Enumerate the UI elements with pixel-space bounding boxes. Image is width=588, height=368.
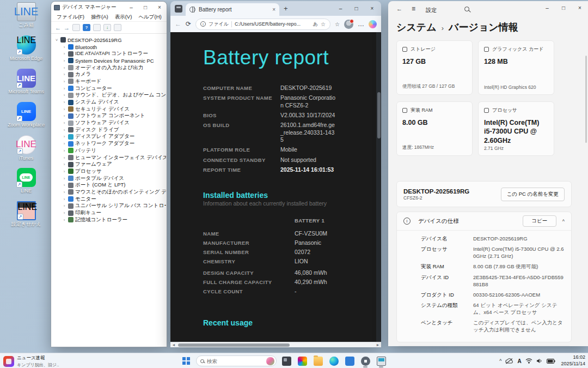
chevron-right-icon[interactable]: ›: [62, 86, 66, 91]
browser-tab[interactable]: Battery report ×: [186, 3, 279, 16]
hidden-icons-chevron-icon[interactable]: ^: [499, 358, 501, 364]
scrollbar-thumb[interactable]: [377, 92, 381, 138]
chevron-right-icon[interactable]: ›: [62, 155, 66, 160]
chevron-right-icon[interactable]: ›: [62, 183, 66, 188]
app-icon[interactable]: LINE ↗: [17, 69, 36, 88]
vertical-scrollbar[interactable]: [376, 32, 381, 342]
device-tree-item[interactable]: › ユニバーサル シリアル バス コントローラー: [62, 203, 166, 210]
device-tree-item[interactable]: › システム デバイス: [62, 99, 166, 106]
device-tree-item[interactable]: › サウンド、ビデオ、およびゲーム コントローラー: [62, 92, 166, 99]
taskbar-app-button[interactable]: [375, 354, 388, 368]
next-section-card[interactable]: [396, 346, 572, 346]
device-tree-item[interactable]: › セキュリティ デバイス: [62, 106, 166, 113]
navigate-back-icon[interactable]: ←: [55, 25, 61, 31]
help-icon[interactable]: ?: [83, 24, 90, 31]
tab-close-icon[interactable]: ×: [272, 7, 275, 13]
copilot-icon[interactable]: [369, 20, 377, 28]
back-icon[interactable]: ←: [175, 20, 181, 28]
spec-card[interactable]: プロセッサ Intel(R) Core(TM) i5-7300U CPU @ 2…: [478, 101, 554, 156]
horizontal-scrollbar[interactable]: ◄ ►: [170, 342, 381, 347]
app-icon[interactable]: LINE ↗: [17, 201, 36, 220]
chevron-right-icon[interactable]: ›: [62, 51, 66, 56]
close-button[interactable]: ×: [152, 2, 167, 13]
desktop-icon[interactable]: LINE ↗ Microsoft Teams: [5, 69, 47, 95]
chevron-right-icon[interactable]: ›: [62, 107, 66, 112]
favorites-bar-icon[interactable]: ☆: [335, 21, 340, 27]
new-tab-button[interactable]: +: [284, 4, 288, 13]
update-driver-icon[interactable]: ↓: [103, 24, 111, 31]
minimize-button[interactable]: –: [539, 1, 555, 14]
widgets-button[interactable]: ニュース速報 キンプリ脱出、旧ジ..: [3, 355, 59, 368]
device-tree-item[interactable]: › ポート (COM と LPT): [62, 182, 166, 189]
app-icon[interactable]: LINE ↗: [17, 2, 36, 21]
spec-card[interactable]: グラフィックス カード 128 MB Intel(R) HD Graphics …: [478, 40, 554, 95]
device-tree-item[interactable]: › ネットワーク アダプター: [62, 140, 166, 147]
device-tree-item[interactable]: › IDE ATA/ATAPI コントローラー: [62, 50, 166, 57]
address-url[interactable]: C:/Users/USER/battery-repo...: [235, 21, 310, 27]
chevron-right-icon[interactable]: ›: [62, 79, 66, 84]
chevron-right-icon[interactable]: ›: [62, 113, 66, 118]
show-list-icon[interactable]: [93, 24, 101, 31]
chevron-right-icon[interactable]: ›: [62, 148, 66, 153]
device-tree-item[interactable]: › ポータブル デバイス: [62, 175, 166, 182]
device-tree-item[interactable]: › 印刷キュー: [62, 209, 166, 216]
scan-hardware-icon[interactable]: [114, 24, 121, 31]
device-tree-root[interactable]: ˅ DESKTOP-2025619RG: [54, 37, 166, 44]
clock[interactable]: 16:02 2025/11/14: [561, 354, 585, 367]
app-icon[interactable]: LINE ↗: [17, 102, 36, 121]
hamburger-menu-icon[interactable]: ≡: [412, 5, 415, 13]
taskbar-app-button[interactable]: [327, 354, 340, 368]
copy-button[interactable]: コピー: [523, 215, 556, 227]
chevron-right-icon[interactable]: ›: [62, 197, 66, 202]
desktop-icon[interactable]: LINE ↗ ごみ箱: [5, 2, 47, 28]
address-bar[interactable]: i ファイル C:/Users/USER/battery-repo... あ ☆: [195, 19, 330, 30]
translate-icon[interactable]: あ: [313, 21, 318, 28]
desktop-icon[interactable]: LINE ↗ Zoom Workplace: [5, 102, 47, 128]
chevron-right-icon[interactable]: ›: [62, 120, 66, 125]
search-input[interactable]: [207, 358, 264, 364]
scroll-right-icon[interactable]: ►: [375, 343, 381, 347]
device-tree-item[interactable]: › プロセッサ: [62, 168, 166, 175]
menu-item[interactable]: 表示(V): [112, 14, 136, 21]
chevron-right-icon[interactable]: ›: [62, 141, 66, 146]
desktop-icon[interactable]: LINE ↗ Microsoft Edge: [5, 35, 47, 62]
chevron-right-icon[interactable]: ›: [62, 162, 66, 167]
chevron-right-icon[interactable]: ›: [62, 210, 66, 215]
chevron-right-icon[interactable]: ›: [62, 45, 66, 50]
device-tree-item[interactable]: › ファームウェア: [62, 161, 166, 168]
ime-mode-icon[interactable]: A: [517, 358, 521, 364]
favorite-star-icon[interactable]: ☆: [321, 21, 326, 27]
device-tree-item[interactable]: › System Devices for Panasonic PC: [62, 57, 166, 64]
settings-scrollbar-thumb[interactable]: [585, 56, 587, 143]
horizontal-scrollbar-thumb[interactable]: [178, 343, 290, 347]
chevron-up-icon[interactable]: ^: [562, 219, 565, 224]
onedrive-paused-icon[interactable]: [505, 358, 513, 364]
device-tree-item[interactable]: › 記憶域コントローラー: [62, 216, 166, 224]
device-tree-item[interactable]: › ディスプレイ アダプター: [62, 134, 166, 141]
chevron-right-icon[interactable]: ›: [62, 128, 66, 132]
chevron-right-icon[interactable]: ›: [62, 190, 66, 195]
chevron-right-icon[interactable]: ›: [62, 134, 66, 139]
device-tree-item[interactable]: › キーボード: [62, 78, 166, 85]
wifi-icon[interactable]: [525, 358, 532, 364]
chevron-right-icon[interactable]: ›: [62, 72, 66, 77]
chevron-right-icon[interactable]: ›: [62, 93, 66, 98]
start-button[interactable]: [180, 354, 193, 367]
chevron-right-icon[interactable]: ›: [62, 203, 66, 208]
taskbar-search[interactable]: [196, 355, 277, 366]
profile-avatar[interactable]: [344, 20, 353, 29]
taskbar-app-button[interactable]: [343, 354, 356, 368]
close-button[interactable]: ×: [364, 2, 380, 14]
menu-item[interactable]: ファイル(F): [53, 14, 88, 21]
chevron-right-icon[interactable]: ›: [62, 65, 66, 70]
more-menu-icon[interactable]: …: [358, 20, 364, 28]
maximize-button[interactable]: □: [138, 2, 152, 13]
rename-pc-button[interactable]: この PC の名前を変更: [501, 188, 565, 201]
chevron-right-icon[interactable]: ›: [62, 218, 66, 222]
taskbar-app-button[interactable]: [296, 354, 309, 368]
battery-icon[interactable]: [547, 359, 555, 364]
back-icon[interactable]: ←: [396, 5, 402, 12]
maximize-button[interactable]: □: [348, 2, 364, 14]
desktop-icon[interactable]: LINE ↗ iTunes: [5, 135, 47, 161]
device-tree-item[interactable]: › ソフトウェア デバイス: [62, 119, 166, 126]
